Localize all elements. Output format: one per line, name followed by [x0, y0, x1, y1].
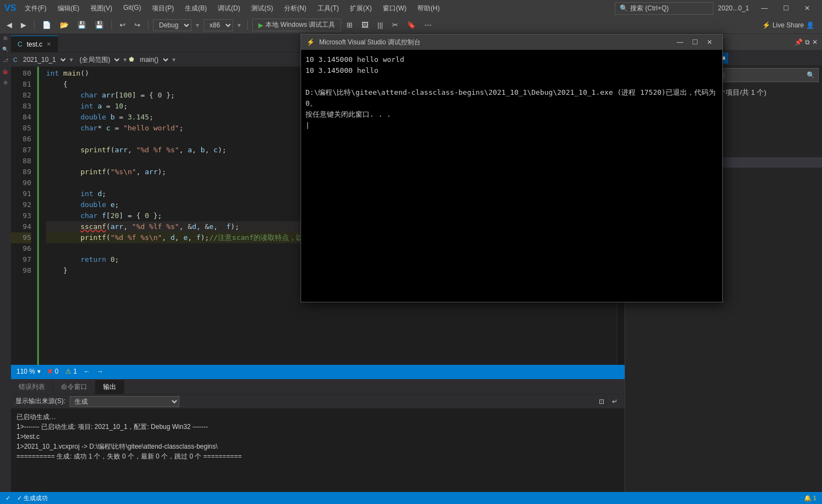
toolbar-sep-4	[247, 20, 248, 30]
console-minimize-btn[interactable]: —	[672, 37, 688, 47]
float-icon[interactable]: ⧉	[805, 38, 810, 46]
menu-test[interactable]: 测试(S)	[247, 3, 277, 14]
tab-output[interactable]: 输出	[95, 380, 124, 394]
menu-extensions[interactable]: 扩展(X)	[345, 3, 376, 14]
output-line-4: 1>2021_10_1.vcxproj -> D:\编程\比特\gitee\at…	[16, 442, 619, 451]
menu-git[interactable]: Git(G)	[119, 3, 146, 14]
editor-status-bar: 110 % ▾ ✖ 0 ⚠ 1 ← →	[11, 365, 625, 378]
zoom-status[interactable]: 110 % ▾	[16, 368, 41, 375]
function-icon: ⬟	[129, 56, 134, 63]
console-line-5: 按任意键关闭此窗口. . .	[305, 109, 718, 120]
console-maximize-btn[interactable]: ☐	[688, 37, 702, 47]
sidebar-icon-2[interactable]: 🔍	[3, 46, 8, 52]
sidebar-icon-4[interactable]: 🐞	[3, 68, 8, 75]
nav-arrow-1: ▾	[69, 56, 74, 64]
menu-build[interactable]: 生成(B)	[180, 3, 211, 14]
bottom-panel: 错误列表 命令窗口 输出 显示输出来源(S): 生成 ⊡ ↵ 已启动生成… 1>…	[11, 378, 625, 504]
menu-project[interactable]: 项目(P)	[148, 3, 178, 14]
menu-help[interactable]: 帮助(H)	[413, 3, 444, 14]
tab-close-button[interactable]: ✕	[47, 41, 51, 47]
menu-analyze[interactable]: 分析(N)	[280, 3, 311, 14]
maximize-button[interactable]: ☐	[775, 2, 797, 14]
live-share-icon: ⚡	[762, 21, 770, 29]
tab-command-window[interactable]: 命令窗口	[53, 380, 95, 394]
sidebar-icon-5[interactable]: ⚙	[3, 80, 8, 85]
toolbar-back[interactable]: ◀	[3, 20, 15, 30]
search-icon: 🔍	[620, 4, 628, 12]
nav-file-select[interactable]: 2021_10_1	[19, 54, 67, 66]
close-panel-btn[interactable]: ✕	[812, 38, 818, 46]
console-line-3	[305, 76, 718, 87]
menu-bar: 文件(F) 编辑(E) 视图(V) Git(G) 项目(P) 生成(B) 调试(…	[20, 3, 444, 14]
nav-next[interactable]: →	[97, 368, 103, 375]
solution-search-icon: 🔍	[807, 71, 815, 79]
toolbar-save-all[interactable]: 💾	[92, 20, 107, 30]
title-bar: VS 文件(F) 编辑(E) 视图(V) Git(G) 项目(P) 生成(B) …	[0, 0, 822, 16]
panel-clear-btn[interactable]: ⊡	[596, 396, 607, 407]
toolbar-sep-1	[34, 20, 35, 30]
toolbar-misc-2[interactable]: 🖼	[358, 20, 372, 30]
menu-debug[interactable]: 调试(D)	[213, 3, 245, 14]
panel-tabs: 错误列表 命令窗口 输出	[11, 379, 625, 394]
zoom-value: 110 %	[16, 368, 35, 375]
nav-function-select[interactable]: main()	[135, 54, 170, 66]
error-status[interactable]: ✖ 0	[47, 368, 59, 375]
toolbar: ◀ ▶ 📄 📂 💾 💾 ↩ ↪ Debug ▾ x86 ▾ ▶ 本地 Windo…	[0, 16, 822, 34]
tab-test-c[interactable]: C test.c ✕	[11, 36, 58, 52]
play-icon: ▶	[258, 21, 263, 29]
toolbar-misc-4[interactable]: ✂	[389, 20, 401, 30]
tab-error-list[interactable]: 错误列表	[11, 380, 53, 394]
toolbar-new[interactable]: 📄	[39, 20, 54, 30]
live-share-button[interactable]: ⚡ Live Share 👤	[758, 20, 819, 30]
console-title: Microsoft Visual Studio 调试控制台	[319, 38, 421, 47]
toolbar-misc-5[interactable]: 🔖	[404, 20, 419, 30]
tab-label: test.c	[27, 41, 43, 48]
title-bar-right: 🔍 搜索 (Ctrl+Q) 2020...0_1 — ☐ ✕	[615, 2, 818, 15]
title-search-box[interactable]: 🔍 搜索 (Ctrl+Q)	[615, 2, 713, 15]
warning-count: 1	[73, 368, 77, 375]
search-placeholder: 搜索 (Ctrl+Q)	[630, 4, 668, 13]
debug-config-select[interactable]: Debug	[153, 19, 191, 31]
console-icon: ⚡	[307, 38, 315, 46]
sidebar-icons: ⊞ 🔍 ⎇ 🐞 ⚙	[0, 34, 11, 504]
zoom-icon: ▾	[37, 368, 41, 375]
status-right: 🔔 1	[804, 495, 817, 502]
close-button[interactable]: ✕	[797, 2, 818, 14]
nav-arrow-2: ▾	[122, 56, 128, 64]
output-content: 已启动生成… 1>------- 已启动生成: 项目: 2021_10_1，配置…	[11, 409, 625, 504]
console-close-btn[interactable]: ✕	[702, 37, 717, 47]
menu-view[interactable]: 视图(V)	[86, 3, 117, 14]
window-controls: — ☐ ✕	[753, 2, 818, 14]
line-numbers: 80 81 82 83 84 85 86 87 88 89 90 91 92 9…	[11, 67, 37, 365]
output-line-5: ========== 生成: 成功 1 个，失败 0 个，最新 0 个，跳过 0…	[16, 451, 619, 461]
platform-select[interactable]: x86	[203, 19, 233, 31]
sidebar-icon-3[interactable]: ⎇	[3, 58, 8, 63]
warning-status[interactable]: ⚠ 1	[65, 368, 77, 375]
nav-prev[interactable]: ←	[83, 368, 90, 375]
menu-edit[interactable]: 编辑(E)	[53, 3, 84, 14]
nav-arrow-3: ▾	[171, 56, 177, 64]
debug-console-titlebar: ⚡ Microsoft Visual Studio 调试控制台 — ☐ ✕	[301, 35, 722, 50]
output-line-3: 1>test.c	[16, 432, 619, 442]
nav-scope-select[interactable]: (全局范围)	[75, 54, 121, 66]
warning-icon: ⚠	[65, 368, 71, 375]
file-icon-nav: C	[13, 56, 18, 63]
toolbar-misc-3[interactable]: |||	[374, 20, 386, 30]
toolbar-misc-6[interactable]: ⋯	[421, 20, 435, 30]
minimize-button[interactable]: —	[753, 2, 775, 14]
menu-tools[interactable]: 工具(T)	[313, 3, 343, 14]
console-line-4: D:\编程\比特\gitee\attend-classclass-begins\…	[305, 87, 718, 109]
toolbar-save[interactable]: 💾	[74, 20, 89, 30]
menu-file[interactable]: 文件(F)	[20, 3, 50, 14]
menu-window[interactable]: 窗口(W)	[378, 3, 411, 14]
toolbar-forward[interactable]: ▶	[18, 20, 30, 30]
toolbar-misc-1[interactable]: ⊞	[343, 20, 356, 30]
run-button[interactable]: ▶ 本地 Windows 调试工具	[252, 19, 341, 31]
toolbar-undo[interactable]: ↩	[116, 20, 129, 30]
sidebar-icon-1[interactable]: ⊞	[3, 36, 8, 41]
toolbar-open[interactable]: 📂	[56, 20, 72, 30]
panel-wrap-btn[interactable]: ↵	[609, 396, 620, 407]
toolbar-redo[interactable]: ↪	[131, 20, 144, 30]
pin-icon[interactable]: 📌	[795, 38, 803, 46]
source-select[interactable]: 生成	[70, 396, 179, 407]
